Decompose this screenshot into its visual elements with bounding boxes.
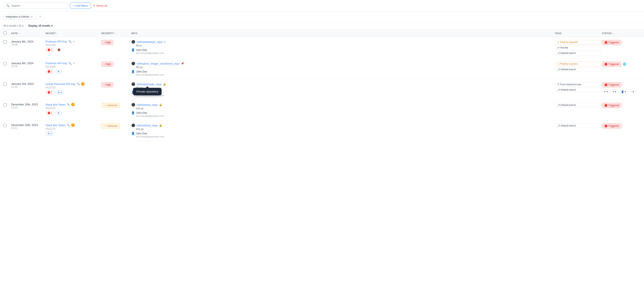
views-badge[interactable]: 👁 8 <box>56 91 64 94</box>
status-actions: ✔ ▾ ✕ ▾ 👤 ▾ ↑ ▾ <box>602 90 636 94</box>
display-value: 10 results <box>38 24 50 27</box>
tag-default-branch[interactable]: ⎇ Default branch <box>555 103 602 107</box>
select-all-checkbox[interactable] <box>4 31 7 35</box>
secret-search-icon[interactable]: 🔍 <box>68 40 72 43</box>
tag-default-branch[interactable]: ⎇ Default branch <box>555 51 602 55</box>
secret-remove-icon[interactable]: ✕ <box>73 62 75 65</box>
secret-help-icon[interactable]: ? <box>71 103 75 106</box>
repo-file: file.py <box>136 66 555 69</box>
secret-id: #522928 <box>46 65 101 68</box>
search-box[interactable]: 🔍 <box>4 3 68 9</box>
row-checkbox[interactable] <box>4 83 7 86</box>
secret-name[interactable]: Linear Personal API key 🔍? <box>46 82 101 86</box>
tag-publicly-exposed[interactable]: ⚠ Publicly exposed <box>555 40 602 45</box>
action-btn-3[interactable]: 👤 ▾ <box>619 90 628 94</box>
add-filter-button[interactable]: + <box>37 14 43 20</box>
secret-name[interactable]: Slack Bot Token 🔍? <box>46 103 101 106</box>
secret-search-icon[interactable]: 🔍 <box>68 62 72 65</box>
search-icon: 🔍 <box>6 4 10 7</box>
severity-cell: ↑ High <box>101 62 131 67</box>
secret-name[interactable]: Postman API Key 🔍✕ <box>46 62 101 65</box>
severity-badge: — Unknown <box>101 123 120 129</box>
github-icon: ⚫ <box>131 62 135 66</box>
time-value: 14:49 <box>11 85 46 88</box>
status-cell: 🔴 Triggered ✔ ▾ ✕ ▾ 👤 ▾ ↑ ▾ <box>602 82 640 94</box>
repo-name[interactable]: ⚫GitHub/private_repo 🔒 <box>131 82 555 86</box>
globe-icon: 🌐 <box>623 63 626 66</box>
remove-filter-icon[interactable]: ✕ <box>30 15 33 19</box>
time-value: 19:11 <box>11 127 46 130</box>
views-badge[interactable]: 👁 <box>56 70 62 74</box>
incidents-badge[interactable]: 🔴 1 <box>46 111 54 115</box>
table-row: January 3rd, 2024 14:49 Linear Personal … <box>0 79 644 100</box>
table-row: December 20th, 2023 19:11 Slack Bot Toke… <box>0 120 644 141</box>
secret-cell: Linear Personal API key 🔍? #522724 🔴 1 👁… <box>46 82 101 94</box>
secret-name[interactable]: Slack Bot Token 🔍? <box>46 123 101 127</box>
tag-test-file[interactable]: 🏷 Test file <box>555 46 602 50</box>
action-btn-4[interactable]: ↑ ▾ <box>629 90 636 94</box>
info-cell: ⚫GitHub/test_repo 🔒 test.py 👤John Doe jo… <box>131 103 555 117</box>
col-header-status[interactable]: STATUS ↕ <box>602 32 640 35</box>
secret-badges: 👁 2 <box>46 132 101 135</box>
action-btn-2[interactable]: ✕ ▾ <box>610 90 618 94</box>
secret-remove-icon[interactable]: ✕ <box>73 40 75 43</box>
tags-cell: ⎇ Default branch <box>555 103 602 107</box>
tag-publicly-exposed[interactable]: ⚠ Publicly exposed <box>555 62 602 66</box>
display-results-button[interactable]: Display 10 results ▾ <box>28 24 52 27</box>
incidents-badge[interactable]: 🔴 1 <box>46 90 54 94</box>
col-header-date[interactable]: DATE ↕ <box>11 32 46 35</box>
date-value: January 8th, 2024 <box>11 62 46 65</box>
tag-default-branch[interactable]: ⎇ Default branch <box>555 88 602 92</box>
private-repo-tooltip: Private repository <box>133 88 162 95</box>
incidents-badge[interactable]: 🔴 1 <box>46 70 54 74</box>
col-header-secret[interactable]: SECRET ↕ <box>46 32 101 35</box>
row-checkbox[interactable] <box>4 62 7 65</box>
tag-default-branch[interactable]: ⎇ Default branch <box>555 123 602 128</box>
tag-default-branch[interactable]: ⎇ Default branch <box>555 67 602 72</box>
info-cell: ⚫GitHub/no_longer_monitored_repo 📌 file.… <box>131 62 555 76</box>
secret-help-icon[interactable]: ? <box>71 123 75 127</box>
person-icon: 👤 <box>131 111 135 114</box>
tag-historical-scan[interactable]: ⏱ From historical scan <box>555 82 602 87</box>
repo-file: file.js <box>136 44 555 47</box>
copy-icon[interactable]: ⧉ <box>164 41 166 43</box>
date-value: January 8th, 2024 <box>11 40 46 43</box>
views-badge[interactable]: 👁 2 <box>46 132 54 135</box>
person-icon: 👤 <box>131 48 135 52</box>
person-icon: 👤 <box>131 70 135 73</box>
repo-name[interactable]: ⚫GitHub/test_repo 🔒 <box>131 123 555 127</box>
secret-search-icon[interactable]: 🔍 <box>76 82 80 85</box>
repo-name[interactable]: ⚫GitHub/test_repo 🔒 <box>131 103 555 107</box>
severity-cell: — Unknown <box>101 123 131 129</box>
secret-badges: 🔴 1 👁 <box>46 70 101 74</box>
repo-name[interactable]: ⚫GitHub/deleted_repo ⧉ <box>131 40 555 44</box>
incidents-badge[interactable]: 🔴 1 <box>46 48 54 52</box>
row-checkbox[interactable] <box>4 103 7 107</box>
filter-tag-label: Integration is GitHub <box>6 15 29 18</box>
col-header-severity[interactable]: SEVERITY ↕ <box>101 32 131 35</box>
select-all-checkbox-cell[interactable] <box>4 31 11 35</box>
github-icon: ⚫ <box>131 103 135 107</box>
row-checkbox[interactable] <box>4 40 7 44</box>
row-checkbox[interactable] <box>4 124 7 127</box>
secret-badges: 🔴 1 👁 8 <box>46 90 101 94</box>
date-value: December 20th, 2023 <box>11 103 46 106</box>
secret-search-icon[interactable]: 🔍 <box>67 124 70 127</box>
filter-bar: Integration is GitHub ✕ + <box>0 12 644 22</box>
secret-help-icon[interactable]: ? <box>81 82 84 86</box>
display-arrow-icon: ▾ <box>51 24 52 27</box>
secret-name[interactable]: Postman API Key 🔍✕ <box>46 40 101 43</box>
severity-badge: ↑ High <box>101 82 113 87</box>
mute-badge[interactable]: 🔕 <box>56 48 62 52</box>
views-badge[interactable]: 👁 <box>56 111 62 115</box>
add-filters-button[interactable]: + Add filters <box>70 3 91 9</box>
time-value: 16:06 <box>11 43 46 46</box>
author-name: 👤John Doe <box>131 70 555 73</box>
status-triggered: 🔴 Triggered <box>602 40 622 45</box>
reset-all-button[interactable]: ✕ Reset all <box>93 4 107 7</box>
repo-name[interactable]: ⚫GitHub/no_longer_monitored_repo 📌 <box>131 62 555 66</box>
repo-file: test.py <box>136 128 555 131</box>
search-input[interactable] <box>11 4 65 7</box>
action-btn-1[interactable]: ✔ ▾ <box>602 90 610 94</box>
secret-search-icon[interactable]: 🔍 <box>67 103 70 106</box>
